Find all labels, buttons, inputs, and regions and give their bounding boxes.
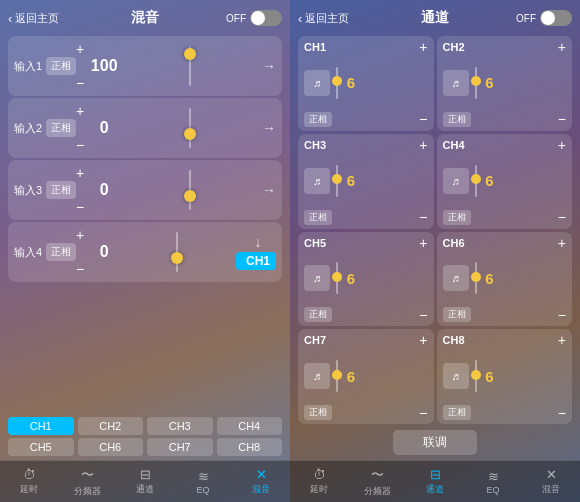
right-nav-delay[interactable]: ⏱ 延时 (290, 461, 348, 502)
ch-track-4[interactable] (336, 262, 338, 294)
ch-icon-btn-2[interactable]: ♬ (304, 168, 330, 194)
left-ch1-btn[interactable]: CH1 (8, 417, 74, 435)
ch-thumb-2[interactable] (332, 174, 342, 184)
input-3-thumb[interactable] (184, 190, 196, 202)
right-nav-eq[interactable]: ≋ EQ (464, 461, 522, 502)
ch-plus-0[interactable]: + (419, 40, 427, 54)
ch-track-1[interactable] (475, 67, 477, 99)
left-ch2-btn[interactable]: CH2 (78, 417, 144, 435)
ch-track-3[interactable] (475, 165, 477, 197)
input-3-minus-btn[interactable]: − (76, 200, 84, 214)
ch-phase-btn-7[interactable]: 正相 (443, 405, 471, 420)
ch-track-6[interactable] (336, 360, 338, 392)
ch-track-5[interactable] (475, 262, 477, 294)
input-2-slider[interactable] (122, 104, 258, 152)
input-3-phase-btn[interactable]: 正相 (46, 181, 76, 199)
input-4-phase-btn[interactable]: 正相 (46, 243, 76, 261)
left-nav-delay[interactable]: ⏱ 延时 (0, 461, 58, 502)
left-ch8-btn[interactable]: CH8 (217, 438, 283, 456)
left-nav-channel[interactable]: ⊟ 通道 (116, 461, 174, 502)
ch-minus-3[interactable]: − (558, 210, 566, 224)
ch-phase-btn-5[interactable]: 正相 (443, 307, 471, 322)
ch-minus-1[interactable]: − (558, 112, 566, 126)
input-4-thumb[interactable] (171, 252, 183, 264)
speaker-icon-1: ♬ (451, 77, 459, 89)
link-button[interactable]: 联调 (393, 430, 477, 455)
ch-thumb-6[interactable] (332, 370, 342, 380)
ch-track-7[interactable] (475, 360, 477, 392)
ch-minus-4[interactable]: − (419, 308, 427, 322)
input-3-slider[interactable] (122, 166, 258, 214)
input-4-minus-btn[interactable]: − (76, 262, 84, 276)
left-ch5-btn[interactable]: CH5 (8, 438, 74, 456)
ch-phase-btn-1[interactable]: 正相 (443, 112, 471, 127)
speaker-icon-5: ♬ (451, 272, 459, 284)
ch-icon-btn-1[interactable]: ♬ (443, 70, 469, 96)
ch-minus-2[interactable]: − (419, 210, 427, 224)
ch-icon-btn-3[interactable]: ♬ (443, 168, 469, 194)
ch-thumb-4[interactable] (332, 272, 342, 282)
input-1-minus-btn[interactable]: − (76, 76, 84, 90)
input-2-phase-btn[interactable]: 正相 (46, 119, 76, 137)
ch-thumb-3[interactable] (471, 174, 481, 184)
ch-icon-btn-4[interactable]: ♬ (304, 265, 330, 291)
ch-thumb-0[interactable] (332, 76, 342, 86)
ch-minus-0[interactable]: − (419, 112, 427, 126)
ch-phase-btn-4[interactable]: 正相 (304, 307, 332, 322)
ch-plus-7[interactable]: + (558, 333, 566, 347)
left-ch4-btn[interactable]: CH4 (217, 417, 283, 435)
right-toggle-track[interactable] (540, 10, 572, 26)
ch-plus-2[interactable]: + (419, 138, 427, 152)
ch-phase-btn-6[interactable]: 正相 (304, 405, 332, 420)
ch-icon-btn-6[interactable]: ♬ (304, 363, 330, 389)
left-ch6-btn[interactable]: CH6 (78, 438, 144, 456)
ch-plus-3[interactable]: + (558, 138, 566, 152)
ch-name-1: CH2 (443, 41, 465, 53)
ch-plus-6[interactable]: + (419, 333, 427, 347)
ch-phase-btn-3[interactable]: 正相 (443, 210, 471, 225)
input-2-minus-btn[interactable]: − (76, 138, 84, 152)
ch-footer-7: 正相 − (443, 405, 567, 420)
ch-track-0[interactable] (336, 67, 338, 99)
left-nav-eq[interactable]: ≋ EQ (174, 461, 232, 502)
input-1-phase-btn[interactable]: 正相 (46, 57, 76, 75)
input-3-plus-btn[interactable]: + (76, 166, 84, 180)
left-ch7-btn[interactable]: CH7 (147, 438, 213, 456)
ch-minus-5[interactable]: − (558, 308, 566, 322)
ch-value-7: 6 (483, 368, 497, 385)
ch-plus-5[interactable]: + (558, 236, 566, 250)
input-1-slider[interactable] (122, 42, 258, 90)
input-2-plus-btn[interactable]: + (76, 104, 84, 118)
left-ch3-btn[interactable]: CH3 (147, 417, 213, 435)
right-nav-mix[interactable]: ✕ 混音 (522, 461, 580, 502)
left-toggle-track[interactable] (250, 10, 282, 26)
ch-thumb-7[interactable] (471, 370, 481, 380)
right-toggle[interactable]: OFF (516, 10, 572, 26)
ch-thumb-1[interactable] (471, 76, 481, 86)
ch-icon-btn-7[interactable]: ♬ (443, 363, 469, 389)
speaker-icon-0: ♬ (313, 77, 321, 89)
ch-icon-btn-5[interactable]: ♬ (443, 265, 469, 291)
input-4-slider[interactable] (122, 228, 232, 276)
right-back-button[interactable]: ‹ 返回主页 (298, 11, 349, 26)
input-1-thumb[interactable] (184, 48, 196, 60)
ch-thumb-5[interactable] (471, 272, 481, 282)
ch-minus-7[interactable]: − (558, 406, 566, 420)
right-nav-xover[interactable]: 〜 分频器 (348, 461, 406, 502)
ch-phase-btn-0[interactable]: 正相 (304, 112, 332, 127)
left-nav-xover[interactable]: 〜 分频器 (58, 461, 116, 502)
ch-plus-1[interactable]: + (558, 40, 566, 54)
ch-phase-btn-2[interactable]: 正相 (304, 210, 332, 225)
right-nav-channel[interactable]: ⊟ 通道 (406, 461, 464, 502)
left-nav-mix[interactable]: ✕ 混音 (232, 461, 290, 502)
input-4-plus-btn[interactable]: + (76, 228, 84, 242)
input-1-plus-btn[interactable]: + (76, 42, 84, 56)
ch-value-4: 6 (344, 270, 358, 287)
left-back-button[interactable]: ‹ 返回主页 (8, 11, 59, 26)
ch-track-2[interactable] (336, 165, 338, 197)
input-2-thumb[interactable] (184, 128, 196, 140)
ch-minus-6[interactable]: − (419, 406, 427, 420)
ch-plus-4[interactable]: + (419, 236, 427, 250)
left-toggle[interactable]: OFF (226, 10, 282, 26)
ch-icon-btn-0[interactable]: ♬ (304, 70, 330, 96)
